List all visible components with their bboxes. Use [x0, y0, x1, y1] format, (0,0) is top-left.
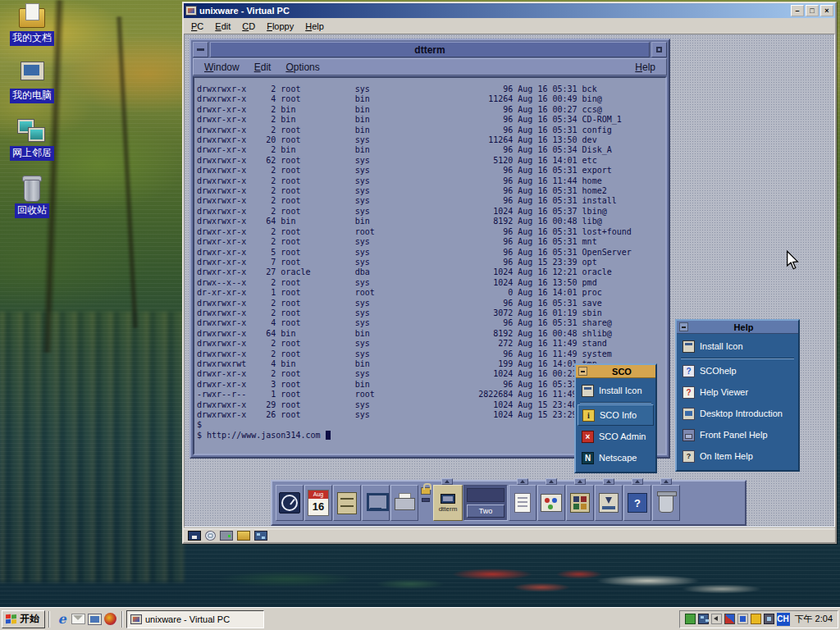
cde-front-panel: Aug16 dtterm Two — [271, 480, 746, 526]
panel-item-desktop-introduction[interactable]: Desktop Introduction — [678, 403, 797, 424]
virtual-pc-icon — [185, 6, 197, 16]
menu-edit[interactable]: Edit — [209, 20, 236, 33]
menu-cd[interactable]: CD — [236, 20, 261, 33]
subpanel-close-button[interactable] — [578, 367, 587, 376]
workspace-two-button[interactable]: Two — [467, 504, 504, 518]
desktop-icon-network-places[interactable]: 网上邻居 — [7, 118, 57, 161]
sco-panel-titlebar[interactable]: SCO — [576, 365, 655, 378]
network-icon[interactable] — [698, 614, 709, 624]
front-panel-terminal-host[interactable] — [362, 485, 390, 521]
front-panel-help-books[interactable] — [623, 485, 651, 521]
front-panel-trash[interactable] — [652, 485, 680, 521]
floppy-icon[interactable] — [188, 531, 201, 541]
close-button[interactable]: × — [820, 5, 833, 16]
ie-icon[interactable] — [55, 612, 69, 626]
taskbar-clock[interactable]: 下午 2:04 — [792, 613, 833, 625]
subpanel-arrow[interactable] — [632, 478, 643, 485]
lock-icon[interactable] — [421, 487, 431, 495]
media-player-icon[interactable] — [104, 613, 116, 625]
desktop-icon-recycle-bin[interactable]: 回收站 — [7, 176, 57, 218]
front-panel-app-manager[interactable] — [566, 485, 594, 521]
ime-indicator[interactable]: CH — [777, 613, 790, 626]
display-icon[interactable] — [737, 614, 748, 624]
panel-item-label: Front Panel Help — [700, 430, 768, 440]
system-tray: CH 下午 2:04 — [679, 610, 838, 628]
file-manager-icon — [337, 492, 357, 514]
front-panel-help-icon — [682, 429, 695, 441]
start-button[interactable]: 开始 — [2, 610, 45, 628]
desktop-icon-label: 回收站 — [15, 203, 49, 218]
help-panel-title: Help — [692, 322, 796, 332]
sco-panel-title: SCO — [591, 367, 653, 377]
netscape-icon — [582, 452, 594, 464]
front-panel-file-manager[interactable] — [333, 485, 361, 521]
panel-item-install-icon[interactable]: Install Icon — [578, 380, 654, 401]
panel-item-help-viewer[interactable]: Help Viewer — [678, 381, 797, 403]
subpanel-arrow[interactable] — [660, 478, 672, 485]
cde-maximize-button[interactable] — [651, 42, 667, 57]
panel-item-label: SCO Info — [600, 410, 637, 420]
vpc-tray-icon[interactable] — [764, 614, 774, 624]
subpanel-arrow[interactable] — [517, 478, 528, 485]
menu-edit[interactable]: Edit — [247, 60, 279, 75]
front-panel-style-manager[interactable] — [537, 485, 565, 521]
tree-trunk — [115, 16, 139, 328]
subpanel-arrow[interactable] — [574, 478, 586, 485]
on-item-help-icon — [682, 450, 695, 463]
window-menu-button[interactable] — [193, 42, 208, 57]
front-panel-calendar[interactable]: Aug16 — [304, 485, 332, 521]
subpanel-close-button[interactable] — [679, 322, 688, 331]
desktop-icon-my-documents[interactable]: 我的文档 — [7, 3, 57, 46]
desktop-icon-my-computer[interactable]: 我的电脑 — [7, 61, 57, 103]
panel-item-install-icon[interactable]: Install Icon — [678, 336, 797, 357]
panel-item-label: Netscape — [599, 453, 637, 463]
menu-options[interactable]: Options — [278, 60, 326, 75]
subpanel-arrow[interactable] — [603, 478, 614, 485]
panel-item-sco-info[interactable]: SCO Info — [578, 404, 654, 426]
scheduler-icon[interactable] — [685, 614, 696, 624]
dtterm-titlebar[interactable]: dtterm — [193, 42, 667, 57]
vpc-titlebar[interactable]: unixware - Virtual PC – □ × — [184, 3, 835, 18]
front-panel-printer[interactable] — [390, 485, 418, 521]
dtterm-icon — [441, 494, 455, 504]
minimize-button[interactable]: – — [791, 5, 804, 16]
panel-separator — [580, 402, 651, 404]
graphics-icon[interactable] — [724, 614, 735, 624]
update-icon[interactable] — [751, 614, 761, 624]
subpanel-arrow[interactable] — [546, 478, 557, 485]
panel-item-netscape[interactable]: Netscape — [578, 447, 654, 468]
harddisk-icon[interactable] — [220, 531, 233, 541]
front-panel-left: Aug16 — [276, 485, 418, 521]
vm-screen[interactable]: dtterm WindowEditOptions Help drwxrwxr-x… — [185, 34, 834, 527]
menu-pc[interactable]: PC — [185, 20, 209, 33]
task-buttons: unixware - Virtual PC — [126, 610, 676, 628]
menu-window[interactable]: Window — [197, 60, 247, 75]
menu-help[interactable]: Help — [299, 20, 330, 33]
front-panel-text-note[interactable] — [509, 485, 536, 521]
trash-icon — [659, 493, 673, 513]
virtual-pc-window: unixware - Virtual PC – □ × PCEditCDFlop… — [182, 2, 837, 544]
network-icon[interactable] — [254, 531, 267, 541]
panel-item-front-panel-help[interactable]: Front Panel Help — [678, 424, 797, 445]
water-reflection — [0, 312, 184, 582]
menu-floppy[interactable]: Floppy — [261, 20, 299, 33]
window-menu-icon — [197, 48, 204, 51]
panel-item-on-item-help[interactable]: On Item Help — [678, 445, 797, 467]
workspace-slot[interactable] — [467, 488, 504, 502]
subpanel-arrow[interactable] — [441, 478, 453, 485]
taskbar-button-unixware-virtual-pc[interactable]: unixware - Virtual PC — [126, 610, 264, 628]
task-button-label: unixware - Virtual PC — [145, 614, 230, 624]
front-panel-install[interactable] — [595, 485, 623, 521]
volume-icon[interactable] — [711, 614, 722, 624]
help-panel-titlebar[interactable]: Help — [677, 321, 798, 334]
menu-help[interactable]: Help — [628, 60, 663, 75]
panel-item-scohelp[interactable]: SCOhelp — [678, 360, 797, 381]
cd-icon[interactable] — [205, 531, 216, 541]
panel-item-sco-admin[interactable]: SCO Admin — [578, 426, 654, 447]
shared-folder-icon[interactable] — [237, 531, 250, 541]
show-desktop-icon[interactable] — [88, 614, 102, 625]
front-panel-clock[interactable] — [276, 485, 304, 521]
front-panel-dtterm[interactable]: dtterm — [433, 485, 463, 521]
maximize-button[interactable]: □ — [806, 5, 819, 16]
outlook-icon[interactable] — [71, 614, 85, 624]
